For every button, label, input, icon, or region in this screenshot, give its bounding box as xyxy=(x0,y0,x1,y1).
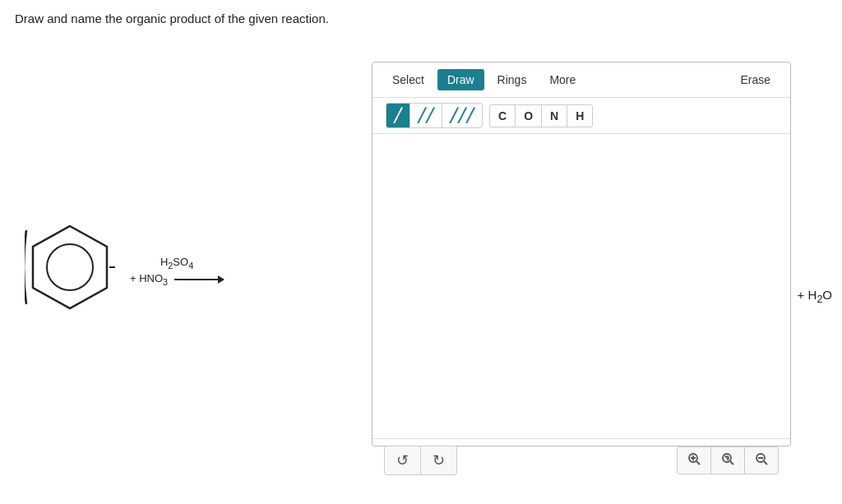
catalyst-label: H2SO4 xyxy=(160,256,193,270)
zoom-in-button[interactable] xyxy=(678,447,711,474)
zoom-in-icon xyxy=(687,452,701,465)
select-button[interactable]: Select xyxy=(382,69,434,90)
undo-button[interactable]: ↺ xyxy=(385,446,421,474)
drawing-canvas[interactable] xyxy=(372,134,790,438)
zoom-reset-button[interactable] xyxy=(711,447,745,474)
bottom-toolbar: ↺ ↻ xyxy=(372,438,790,482)
nitrogen-button[interactable]: N xyxy=(542,105,567,127)
double-bond-button[interactable]: ╱╱ xyxy=(410,104,442,127)
svg-line-8 xyxy=(730,461,733,465)
product-label: + H2O xyxy=(798,288,832,305)
top-toolbar: Select Draw Rings More Erase xyxy=(372,62,790,98)
zoom-reset-icon xyxy=(721,452,734,465)
reagent-label: + HNO3 xyxy=(130,272,168,287)
svg-marker-0 xyxy=(33,226,107,308)
svg-line-4 xyxy=(696,461,700,465)
arrow-line xyxy=(174,279,224,280)
svg-point-1 xyxy=(47,244,93,290)
svg-line-11 xyxy=(764,461,767,465)
zoom-out-icon xyxy=(755,452,768,465)
bond-atom-toolbar: ╱ ╱╱ ╱╱╱ C O N H xyxy=(372,98,790,134)
bond-group: ╱ ╱╱ ╱╱╱ xyxy=(386,103,483,128)
oxygen-button[interactable]: O xyxy=(516,105,542,127)
zoom-out-button[interactable] xyxy=(745,447,778,474)
atom-group: C O N H xyxy=(489,104,593,127)
erase-button[interactable]: Erase xyxy=(730,69,780,90)
redo-button[interactable]: ↻ xyxy=(421,446,456,474)
hydrogen-button[interactable]: H xyxy=(567,105,592,127)
reaction-arrow-area: H2SO4 + HNO3 xyxy=(130,256,224,286)
zoom-group xyxy=(677,446,779,474)
single-bond-button[interactable]: ╱ xyxy=(386,104,410,127)
undo-redo-group: ↺ ↻ xyxy=(384,446,457,475)
benzene-structure xyxy=(25,222,115,321)
more-button[interactable]: More xyxy=(539,69,585,90)
draw-panel: Select Draw Rings More Erase ╱ ╱╱ ╱╱╱ C … xyxy=(372,62,791,446)
instruction-text: Draw and name the organic product of the… xyxy=(15,12,329,25)
carbon-button[interactable]: C xyxy=(490,105,516,127)
draw-button[interactable]: Draw xyxy=(437,69,484,90)
rings-button[interactable]: Rings xyxy=(488,69,537,90)
reaction-container: H2SO4 + HNO3 xyxy=(25,222,224,321)
triple-bond-button[interactable]: ╱╱╱ xyxy=(442,104,482,127)
reaction-arrow: + HNO3 xyxy=(130,272,224,287)
